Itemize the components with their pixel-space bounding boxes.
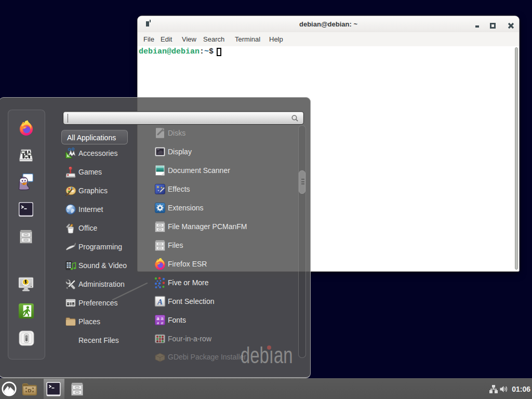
svg-text:A: A bbox=[157, 298, 163, 306]
svg-text:a: a bbox=[161, 320, 164, 325]
svg-text:a: a bbox=[157, 320, 159, 325]
svg-text:D: D bbox=[28, 388, 32, 393]
